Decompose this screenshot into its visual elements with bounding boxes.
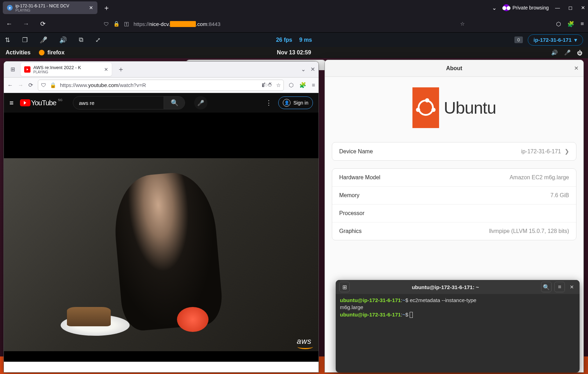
terminal-window: ⊞ ubuntu@ip-172-31-6-171: ~ 🔍 ≡ ✕ ubuntu… xyxy=(336,280,580,373)
inner-bookmark-star-icon[interactable]: ☆ xyxy=(276,82,281,88)
youtube-signin-button[interactable]: 👤 Sign in xyxy=(278,96,313,109)
youtube-more-icon[interactable]: ⋮ xyxy=(266,99,272,107)
tabs-dropdown-icon[interactable]: ⌄ xyxy=(492,5,497,11)
about-device-group: Device Name ip-172-31-6-171❯ xyxy=(332,142,576,161)
reload-button[interactable]: ⟳ xyxy=(38,19,48,29)
youtube-search-button[interactable]: 🔍 xyxy=(164,96,185,109)
terminal-command: ec2metadata --instance-type xyxy=(410,297,476,303)
dcv-fullscreen-icon[interactable]: ⤢ xyxy=(95,36,101,44)
window-minimize-icon[interactable]: — xyxy=(555,5,560,11)
gnome-mic-icon[interactable]: 🎤 xyxy=(564,49,571,56)
terminal-menu-button[interactable]: ≡ xyxy=(554,282,565,292)
pocket-icon[interactable]: ⬡ xyxy=(556,21,561,27)
about-row-graphics: Graphics llvmpipe (LLVM 15.0.7, 128 bits… xyxy=(332,222,576,240)
dcv-multimonitor-icon[interactable]: ⧉ xyxy=(79,36,83,44)
terminal-header: ⊞ ubuntu@ip-172-31-6-171: ~ 🔍 ≡ ✕ xyxy=(336,280,580,294)
inner-close-tab-icon[interactable]: ✕ xyxy=(104,67,108,72)
about-row-processor: Processor xyxy=(332,205,576,222)
outer-firefox-tabbar: e ip-172-31-6-171 - NICE DCV PLAYING ✕ ＋… xyxy=(0,0,588,15)
inner-lock-icon[interactable]: 🔒 xyxy=(50,82,56,88)
gnome-activities-button[interactable]: Activities xyxy=(6,49,30,56)
gnome-clock[interactable]: Nov 13 02:59 xyxy=(277,49,311,56)
inner-back-button[interactable]: ← xyxy=(7,82,13,88)
aws-watermark: aws xyxy=(297,337,313,349)
window-maximize-icon[interactable]: ◻ xyxy=(568,5,573,11)
inner-url-bar[interactable]: 🛡 🔒 https://www.youtube.com/watch?v=R �ి… xyxy=(38,80,284,91)
dcv-screens-icon[interactable]: ❐ xyxy=(22,36,28,44)
ubuntu-wordmark: Ubuntu xyxy=(444,98,496,118)
gnome-top-bar: Activities firefox Nov 13 02:59 🔊 🎤 ⏻ xyxy=(0,47,588,58)
terminal-search-button[interactable]: 🔍 xyxy=(541,282,552,292)
private-browsing-label: Private browsing xyxy=(513,5,549,11)
gnome-active-app[interactable]: firefox xyxy=(39,49,64,56)
outer-url-bar[interactable]: 🛡 🔒 ⚿ https://nice-dcv.xxxx.com:8443 ☆ xyxy=(100,18,468,30)
inner-tabs-dropdown-icon[interactable]: ⌄ xyxy=(301,66,306,73)
dcv-favicon-icon: e xyxy=(7,5,13,11)
inner-reload-button[interactable]: ⟳ xyxy=(28,82,33,88)
youtube-header: ≡ YouTube SG 🔍 🎤 ⋮ 👤 Sign in xyxy=(4,93,319,113)
ubuntu-logo: Ubuntu xyxy=(412,87,496,128)
about-hardware-group: Hardware Model Amazon EC2 m6g.large Memo… xyxy=(332,168,576,240)
outer-tab-subtitle: PLAYING xyxy=(15,8,86,12)
lock-icon[interactable]: 🔒 xyxy=(113,21,120,27)
terminal-output: m6g.large xyxy=(340,304,575,311)
gnome-power-icon[interactable]: ⏻ xyxy=(577,50,582,56)
inner-shield-icon[interactable]: 🛡 xyxy=(41,82,46,88)
inner-firefox-tabbar: ⊞ AWS re:Invent 2022 - K PLAYING ✕ ＋ ⌄ ✕ xyxy=(4,61,319,78)
about-row-memory: Memory 7.6 GiB xyxy=(332,187,576,205)
about-header: About ✕ xyxy=(325,60,583,77)
outer-tab-title: ip-172-31-6-171 - NICE DCV xyxy=(15,4,86,8)
outer-url-text: https://nice-dcv.xxxx.com:8443 xyxy=(134,21,220,27)
youtube-voice-search-button[interactable]: 🎤 xyxy=(194,96,207,109)
container-tabs-icon[interactable]: ⊞ xyxy=(7,64,18,75)
key-icon[interactable]: ⚿ xyxy=(124,21,129,27)
forward-button[interactable]: → xyxy=(21,19,31,29)
new-tab-button[interactable]: ＋ xyxy=(100,2,113,14)
terminal-body[interactable]: ubuntu@ip-172-31-6-171:~$ ec2metadata --… xyxy=(336,294,580,321)
youtube-logo-icon xyxy=(20,99,30,106)
extensions-icon[interactable]: 🧩 xyxy=(567,21,574,27)
inner-firefox-window: ⊞ AWS re:Invent 2022 - K PLAYING ✕ ＋ ⌄ ✕… xyxy=(4,61,319,373)
terminal-new-tab-button[interactable]: ⊞ xyxy=(339,282,350,292)
terminal-title: ubuntu@ip-172-31-6-171: ~ xyxy=(353,284,538,290)
dcv-fps: 26 fps xyxy=(276,37,292,43)
outer-firefox-toolbar: ← → ⟳ 🛡 🔒 ⚿ https://nice-dcv.xxxx.com:84… xyxy=(0,15,588,32)
inner-forward-button[interactable]: → xyxy=(18,82,23,88)
mask-icon: ⬤⬤ xyxy=(503,4,510,11)
redacted-host-segment: xxxx xyxy=(170,21,196,27)
user-icon: 👤 xyxy=(283,99,290,107)
inner-hamburger-menu-icon[interactable]: ≡ xyxy=(312,82,315,88)
youtube-menu-icon[interactable]: ≡ xyxy=(9,99,14,107)
youtube-country-code: SG xyxy=(58,98,62,102)
hamburger-menu-icon[interactable]: ≡ xyxy=(581,21,584,27)
dcv-volume-icon[interactable]: 🔊 xyxy=(59,36,67,44)
youtube-logo[interactable]: YouTube SG xyxy=(20,99,56,107)
about-close-button[interactable]: ✕ xyxy=(574,65,579,72)
inner-firefox-tab[interactable]: AWS re:Invent 2022 - K PLAYING ✕ xyxy=(21,63,112,76)
bookmark-star-icon[interactable]: ☆ xyxy=(460,21,465,27)
dcv-notification-badge[interactable]: 0 xyxy=(514,36,522,43)
back-button[interactable]: ← xyxy=(4,19,14,29)
dcv-host-dropdown[interactable]: ip-172-31-6-171▾ xyxy=(528,34,583,46)
youtube-video-player[interactable]: aws xyxy=(4,113,319,362)
window-close-icon[interactable]: ✕ xyxy=(581,5,585,11)
dcv-transfer-icon[interactable]: ⇅ xyxy=(5,36,10,44)
outer-firefox-tab[interactable]: e ip-172-31-6-171 - NICE DCV PLAYING ✕ xyxy=(3,1,97,14)
about-row-device-name[interactable]: Device Name ip-172-31-6-171❯ xyxy=(332,142,576,160)
inner-new-tab-button[interactable]: ＋ xyxy=(115,65,127,74)
dcv-toolbar: ⇅ ❐ 🎤̸ 🔊 ⧉ ⤢ 26 fps 9 ms 0 ip-172-31-6-1… xyxy=(0,32,588,47)
shield-icon[interactable]: 🛡 xyxy=(104,21,109,27)
terminal-close-button[interactable]: ✕ xyxy=(568,284,576,290)
gnome-volume-icon[interactable]: 🔊 xyxy=(551,49,558,56)
pip-icon[interactable]: �ితి xyxy=(262,82,273,88)
close-tab-icon[interactable]: ✕ xyxy=(89,5,93,11)
inner-pocket-icon[interactable]: ⬡ xyxy=(289,82,294,88)
dcv-stats: 26 fps 9 ms xyxy=(276,37,312,43)
inner-tab-title: AWS re:Invent 2022 - K xyxy=(33,65,101,70)
remote-desktop: Activities firefox Nov 13 02:59 🔊 🎤 ⏻ Ab… xyxy=(0,47,588,374)
youtube-search-input[interactable] xyxy=(73,100,164,106)
inner-extensions-icon[interactable]: 🧩 xyxy=(299,82,306,88)
terminal-cursor xyxy=(410,312,413,318)
dcv-mic-mute-icon[interactable]: 🎤̸ xyxy=(40,36,47,44)
inner-window-close-icon[interactable]: ✕ xyxy=(310,66,315,73)
